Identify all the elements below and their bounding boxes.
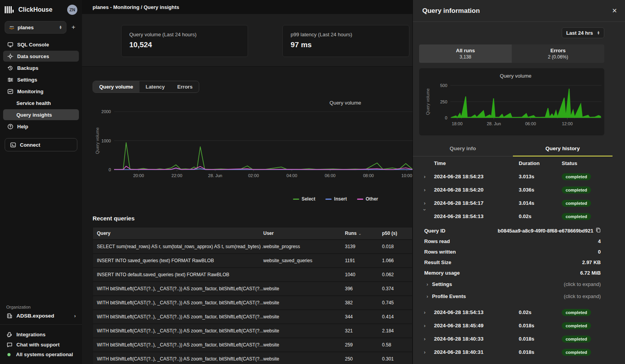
table-row[interactable]: INSERT INTO saved_queries (text) FORMAT …: [93, 253, 412, 267]
svg-text:Query volume: Query volume: [425, 88, 430, 115]
tab-latency[interactable]: Latency: [139, 81, 171, 92]
tab-query-volume[interactable]: Query volume: [93, 81, 139, 92]
status-badge: completed: [562, 309, 591, 316]
svg-text:08:00: 08:00: [363, 173, 374, 178]
history-row[interactable]: › 2024-06-28 18:54:23 3.013s completed: [413, 170, 612, 183]
runs-errors-toggle: All runs 3,138 Errors 2 (0.06%): [419, 44, 604, 63]
query-detail: Query ID b0845aa9-a8c9-49f0-8f68-e678669…: [413, 223, 612, 305]
svg-text:28. Jun: 28. Jun: [487, 121, 501, 126]
status-badge: completed: [562, 213, 591, 220]
chevron-right-icon[interactable]: ›: [419, 309, 434, 315]
chevron-right-icon[interactable]: ›: [419, 187, 434, 193]
profile-events-expandable[interactable]: › Profile Events (click to expand): [424, 290, 601, 302]
history-row[interactable]: › 2024-06-28 18:54:17 3.014s completed: [413, 196, 612, 210]
system-status[interactable]: All systems operational: [0, 350, 82, 359]
tab-errors[interactable]: Errors: [171, 81, 199, 92]
errors-toggle[interactable]: Errors 2 (0.06%): [512, 44, 604, 63]
svg-text:2000: 2000: [102, 109, 111, 114]
legend-select[interactable]: Select: [293, 196, 315, 202]
svg-text:Query volume: Query volume: [500, 73, 532, 79]
svg-text:04:00: 04:00: [286, 173, 297, 178]
organization-label: Organization: [0, 305, 82, 313]
svg-text:0: 0: [109, 167, 111, 172]
p99-latency-value: 97 ms: [291, 41, 401, 49]
chevron-right-icon: ›: [424, 294, 432, 299]
table-row[interactable]: WITH bitShiftLeft(CAST(?..), _CAST(?..))…: [93, 352, 412, 364]
table-row[interactable]: SELECT sum(read_rows) AS r, sum(total_ro…: [93, 239, 412, 253]
user-avatar[interactable]: ZN: [67, 5, 77, 15]
sidebar-item-sql-console[interactable]: SQL Console: [3, 39, 79, 50]
table-row[interactable]: WITH bitShiftLeft(CAST(?..), _CAST(?..))…: [93, 323, 412, 337]
sidebar-item-data-sources[interactable]: Data sources: [3, 51, 79, 62]
copy-icon[interactable]: [596, 227, 601, 234]
sliders-icon: [7, 76, 13, 83]
result-size-row: Result Size2.97 KB: [424, 257, 601, 268]
time-range-select[interactable]: Last 24 hrs ▲▼: [562, 27, 604, 38]
stats-band: Query volume (Last 24 hours) 10,524 p99 …: [82, 14, 412, 67]
history-header: Time Duration Status: [413, 156, 612, 170]
chevron-down-icon[interactable]: ›: [422, 209, 432, 224]
add-service-button[interactable]: +: [70, 23, 77, 31]
status-badge: completed: [562, 336, 591, 343]
sidebar-item-query-insights[interactable]: Query insights: [3, 109, 79, 120]
svg-text:02:00: 02:00: [248, 173, 259, 178]
recent-queries-title: Recent queries: [93, 215, 412, 222]
history-row[interactable]: › 2024-06-28 18:54:13 0.02s completed: [413, 305, 612, 319]
rows-written-row: Rows written0: [424, 247, 601, 257]
chevron-right-icon[interactable]: ›: [419, 323, 434, 328]
chart-tabs: Query volume Latency Errors: [93, 81, 199, 93]
svg-text:18:00: 18:00: [452, 121, 462, 126]
recent-queries-table: Query User Runs⌄ p50 (s) SELECT sum(read…: [93, 227, 412, 364]
sidebar-item-backups[interactable]: Backups: [3, 62, 79, 73]
all-runs-toggle[interactable]: All runs 3,138: [419, 44, 512, 63]
clickhouse-logo-icon: [5, 6, 14, 13]
table-row[interactable]: WITH bitShiftLeft(CAST(?..), _CAST(?..))…: [93, 337, 412, 352]
history-row[interactable]: › 2024-06-28 18:54:20 3.036s completed: [413, 183, 612, 196]
service-selector[interactable]: aws planes ▲▼: [5, 21, 66, 34]
connect-button[interactable]: Connect: [5, 138, 77, 151]
app-window: ClickHouse ZN aws planes ▲▼ + SQL Consol…: [0, 0, 625, 364]
svg-text:250: 250: [440, 99, 447, 104]
chevron-right-icon[interactable]: ›: [419, 349, 434, 355]
table-row[interactable]: WITH bitShiftLeft(CAST(?..), _CAST(?..))…: [93, 281, 412, 295]
sidebar-item-integrations[interactable]: Integrations: [0, 329, 82, 339]
sidebar-item-settings[interactable]: Settings: [3, 74, 79, 85]
sidebar-item-help[interactable]: Help: [3, 121, 79, 132]
svg-text:06:00: 06:00: [525, 121, 536, 126]
table-row[interactable]: INSERT INTO default.saved_queries (text)…: [93, 267, 412, 281]
history-row[interactable]: › 2024-06-28 18:45:49 0.018s completed: [413, 319, 612, 332]
history-row[interactable]: › 2024-06-28 18:40:33 0.018s completed: [413, 332, 612, 345]
chevron-updown-icon: ▲▼: [59, 25, 62, 29]
tab-query-info[interactable]: Query info: [413, 142, 513, 156]
table-row[interactable]: WITH bitShiftLeft(CAST(?..), _CAST(?..))…: [93, 295, 412, 309]
chevron-right-icon[interactable]: ›: [419, 336, 434, 342]
organization-selector[interactable]: ADSB.exposed ›: [0, 313, 82, 324]
close-icon[interactable]: ✕: [612, 7, 617, 14]
runs-sort-header[interactable]: Runs⌄: [345, 231, 382, 236]
svg-text:500: 500: [440, 83, 447, 88]
settings-expandable[interactable]: › Settings (click to expand): [424, 278, 601, 290]
history-row[interactable]: › 2024-06-28 18:40:31 0.018s completed: [413, 345, 612, 359]
chat-bubble-icon: [6, 341, 12, 348]
history-row-expanded[interactable]: › 2024-06-28 18:54:13 0.02s completed: [413, 210, 612, 223]
svg-text:0: 0: [445, 115, 447, 120]
chevron-right-icon[interactable]: ›: [419, 174, 434, 179]
legend-other[interactable]: Other: [357, 196, 378, 202]
svg-text:22:00: 22:00: [171, 173, 182, 178]
legend-insert[interactable]: Insert: [325, 196, 347, 202]
tab-query-history[interactable]: Query history: [513, 142, 613, 156]
query-volume-chart: 01000200020:0022:0028. Jun02:0004:0006:0…: [93, 98, 412, 195]
chevron-updown-icon: ▲▼: [597, 31, 600, 35]
panel-tabs: Query info Query history: [413, 142, 612, 156]
sidebar-item-chat-support[interactable]: Chat with support: [0, 339, 82, 350]
select-swatch-icon: [293, 199, 299, 200]
table-row[interactable]: WITH bitShiftLeft(CAST(?..), _CAST(?..))…: [93, 309, 412, 323]
chevron-right-icon[interactable]: ›: [419, 200, 434, 206]
other-swatch-icon: [357, 199, 363, 200]
sort-desc-icon: ⌄: [358, 231, 361, 236]
panel-query-volume-chart: 025050018:0028. Jun06:0012:00Query volum…: [419, 68, 604, 135]
status-dot-icon: [7, 353, 11, 356]
sidebar-item-service-health[interactable]: Service health: [3, 98, 79, 108]
sidebar-item-monitoring[interactable]: Monitoring: [3, 86, 79, 97]
query-id-row: Query ID b0845aa9-a8c9-49f0-8f68-e678669…: [424, 225, 601, 236]
